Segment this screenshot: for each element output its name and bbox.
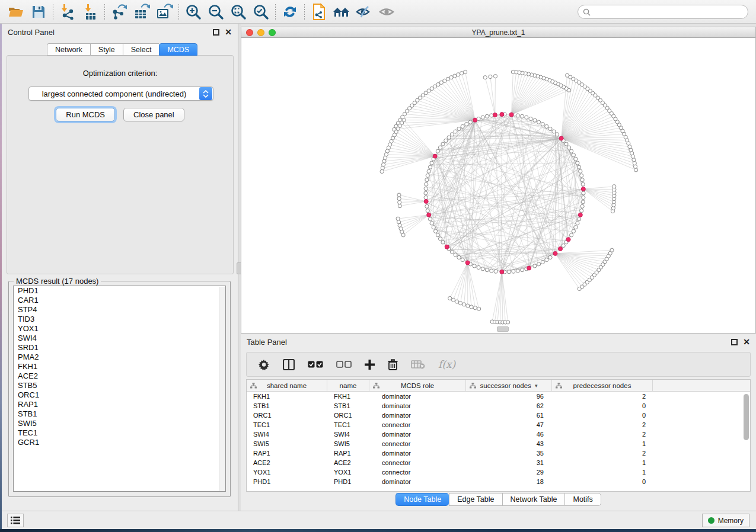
toolbar-separator [178,4,179,20]
maximize-window-icon[interactable] [269,29,276,36]
gear-icon[interactable] [259,359,270,370]
split-columns-icon[interactable] [283,359,295,370]
column-header-successor-nodes[interactable]: successor nodes ▾ [466,380,552,391]
mcds-result-item[interactable]: SWI4 [14,334,225,343]
control-panel-title: Control Panel [8,28,55,37]
export-network-icon[interactable] [108,2,130,22]
float-panel-icon[interactable] [731,339,738,345]
tab-style[interactable]: Style [90,43,123,56]
zoom-out-icon[interactable] [205,2,227,22]
import-network-icon[interactable] [56,2,79,22]
toolbar-separator [275,4,276,20]
network-canvas[interactable] [241,38,755,333]
close-window-icon[interactable] [246,29,253,36]
document-network-icon[interactable] [308,2,330,22]
mcds-result-item[interactable]: RAP1 [14,400,225,409]
mcds-result-item[interactable]: PHD1 [14,286,225,296]
mcds-result-item[interactable]: STP4 [14,305,225,315]
tab-network-table[interactable]: Network Table [502,493,565,506]
table-cell: 29 [466,467,552,477]
export-image-icon[interactable] [153,2,176,22]
mcds-result-item[interactable]: STB5 [14,381,225,390]
mcds-result-title: MCDS result (17 nodes) [14,277,101,286]
trash-icon[interactable] [388,359,398,370]
mcds-result-item[interactable]: SWI5 [14,419,225,428]
open-folder-icon[interactable] [5,2,27,22]
export-table-icon[interactable] [130,2,153,22]
select-all-checkboxes-icon[interactable] [308,361,323,368]
mcds-result-item[interactable]: SRD1 [14,343,225,352]
table-row[interactable]: SWI4SWI4dominator462 [247,430,750,439]
mcds-result-item[interactable]: YOX1 [14,324,225,334]
zoom-selected-icon[interactable] [250,2,272,22]
save-icon[interactable] [27,2,50,22]
table-cell: RAP1 [327,448,369,458]
mcds-result-item[interactable]: FKH1 [14,362,225,371]
cytoscape-app: Control Panel ✕ Network Style Select MCD… [0,0,756,532]
table-row[interactable]: TEC1TEC1connector472 [247,420,750,430]
criterion-dropdown[interactable]: largest connected component (undirected) [28,86,213,101]
close-panel-button[interactable]: Close panel [123,108,184,121]
close-panel-icon[interactable]: ✕ [225,29,232,36]
node-table: shared name name MCDS role successor nod… [246,379,751,492]
tab-edge-table[interactable]: Edge Table [449,493,502,506]
import-table-icon[interactable] [79,2,101,22]
refresh-icon[interactable] [279,2,301,22]
mcds-result-item[interactable]: PMA2 [14,352,225,362]
mcds-result-item[interactable]: CAR1 [14,296,225,305]
minimize-window-icon[interactable] [257,29,264,36]
mcds-result-item[interactable]: ORC1 [14,390,225,400]
table-cell: ORC1 [247,411,327,420]
eye-icon[interactable] [375,2,398,22]
mcds-result-item[interactable]: ACE2 [14,371,225,381]
table-row[interactable]: FKH1FKH1dominator962 [247,392,750,401]
table-cell: STB1 [327,401,369,411]
memory-button[interactable]: Memory [702,514,749,527]
table-row[interactable]: STB1STB1dominator620 [247,401,750,411]
search-input[interactable] [594,8,743,16]
table-scrollbar-thumb[interactable] [744,394,749,440]
tab-network[interactable]: Network [47,43,90,56]
table-cell: 61 [466,411,552,420]
houses-icon[interactable] [330,2,353,22]
task-history-button[interactable] [7,514,24,527]
tab-node-table[interactable]: Node Table [395,493,449,506]
tab-mcds[interactable]: MCDS [159,43,197,56]
tab-select[interactable]: Select [123,43,160,56]
table-row[interactable]: YOX1YOX1connector291 [247,467,750,477]
mcds-result-item[interactable]: GCR1 [14,438,225,447]
table-cell: 2 [552,448,653,458]
mcds-result-item[interactable]: TEC1 [14,428,225,438]
list-scrollbar-track[interactable] [219,287,225,492]
float-panel-icon[interactable] [213,29,219,36]
tab-motifs[interactable]: Motifs [564,493,601,506]
run-mcds-button[interactable]: Run MCDS [56,108,115,121]
horizontal-splitter-handle[interactable] [497,326,509,332]
network-window-titlebar[interactable]: YPA_prune.txt_1 [241,27,755,38]
hide-eye-icon[interactable] [353,2,375,22]
column-header-name[interactable]: name [327,380,369,391]
zoom-fit-icon[interactable] [227,2,250,22]
table-row[interactable]: ORC1ORC1dominator610 [247,411,750,420]
column-header-shared-name[interactable]: shared name [247,380,327,391]
table-row[interactable]: ACE2ACE2connector311 [247,458,750,467]
table-row[interactable]: PHD1PHD1dominator180 [247,477,750,486]
mcds-result-item[interactable]: TID3 [14,315,225,324]
node-table-header: shared name name MCDS role successor nod… [247,380,750,392]
zoom-in-icon[interactable] [182,2,205,22]
graph-satellite-nodes [380,70,638,324]
mcds-result-list[interactable]: PHD1CAR1STP4TID3YOX1SWI4SRD1PMA2FKH1ACE2… [13,286,226,492]
add-column-icon[interactable] [365,360,375,370]
table-cell: 1 [552,467,653,477]
table-row[interactable]: SWI5SWI5connector431 [247,439,750,448]
search-box[interactable] [578,5,748,19]
deselect-all-checkboxes-icon[interactable] [336,361,352,368]
table-cell: 1 [552,458,653,467]
column-header-predecessor-nodes[interactable]: predecessor nodes [552,380,653,391]
close-panel-icon[interactable]: ✕ [743,339,750,345]
table-cell: SWI5 [327,439,369,448]
table-cell: FKH1 [327,392,369,401]
column-header-mcds-role[interactable]: MCDS role [369,380,466,391]
mcds-result-item[interactable]: STB1 [14,409,225,419]
table-row[interactable]: RAP1RAP1dominator352 [247,448,750,458]
